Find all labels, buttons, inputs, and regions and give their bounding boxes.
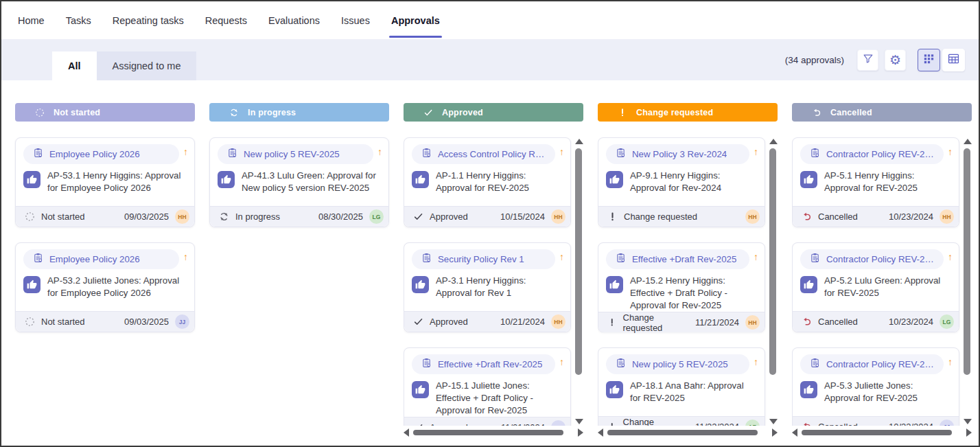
scroll-up-arrow[interactable] [575, 139, 583, 144]
scroll-right-arrow[interactable] [578, 428, 583, 437]
scroll-right-arrow[interactable] [772, 428, 778, 437]
approval-card[interactable]: New policy 5 REV-2025↑AP-41.3 Lulu Green… [209, 137, 389, 227]
vertical-scrollbar[interactable] [963, 139, 972, 424]
vertical-scroll-thumb[interactable] [964, 148, 970, 375]
horizontal-scroll-thumb[interactable] [802, 430, 952, 435]
policy-pill[interactable]: Access Control Policy REV-20... [412, 144, 555, 164]
avatar[interactable]: JJ [175, 314, 189, 329]
policy-clipboard-icon [616, 358, 626, 371]
policy-pill[interactable]: Contractor Policy REV-2025 [800, 354, 944, 374]
status-label: Cancelled [818, 422, 858, 426]
approval-card[interactable]: Effective +Draft Rev-2025↑AP-15.2 Henry … [598, 242, 765, 332]
scroll-down-arrow[interactable] [769, 419, 778, 424]
settings-button[interactable]: ⚙ [885, 49, 906, 71]
card-body: AP-53.2 Juliette Jones: Approval for Emp… [16, 269, 194, 311]
scroll-down-arrow[interactable] [575, 419, 583, 424]
vertical-scrollbar[interactable] [574, 139, 583, 424]
horizontal-scrollbar[interactable] [598, 428, 778, 437]
avatar[interactable]: HH [940, 209, 954, 224]
policy-pill[interactable]: Employee Policy 2026 [23, 144, 179, 164]
policy-clipboard-icon [421, 358, 432, 371]
nav-item-issues[interactable]: Issues [341, 1, 370, 39]
column-in-progress: In progressNew policy 5 REV-2025↑AP-41.3… [209, 103, 389, 437]
policy-pill[interactable]: Effective +Draft Rev-2025 [606, 249, 749, 269]
approval-card[interactable]: Contractor Policy REV-2025↑AP-5.1 Henry … [792, 137, 959, 227]
avatar[interactable]: AB [745, 420, 760, 426]
horizontal-scrollbar[interactable] [792, 428, 972, 437]
approval-card[interactable]: Effective +Draft Rev-2025↑AP-15.1 Juliet… [404, 347, 571, 426]
policy-clipboard-icon [33, 253, 43, 266]
policy-pill[interactable]: Security Policy Rev 1 [412, 249, 555, 269]
approval-card[interactable]: New policy 5 REV-2025↑AP-18.1 Ana Bahr: … [598, 347, 765, 426]
avatar[interactable]: HH [745, 315, 760, 330]
top-navigation: HomeTasksRepeating tasksRequestsEvaluati… [1, 1, 979, 39]
filter-button[interactable] [857, 49, 878, 71]
horizontal-scroll-thumb[interactable] [607, 430, 758, 435]
approval-card[interactable]: Contractor Policy REV-2025↑AP-5.2 Lulu G… [792, 242, 959, 332]
nav-item-home[interactable]: Home [18, 1, 45, 39]
in-progress-icon [229, 108, 239, 117]
table-view-button[interactable] [942, 49, 965, 71]
vertical-scrollbar[interactable] [769, 139, 778, 424]
policy-clipboard-icon [33, 148, 43, 161]
policy-pill[interactable]: Contractor Policy REV-2025 [800, 144, 944, 164]
avatar[interactable]: HH [551, 314, 565, 329]
scroll-left-arrow[interactable] [598, 428, 603, 437]
scroll-down-arrow[interactable] [964, 419, 972, 424]
avatar[interactable]: LG [940, 314, 954, 329]
approval-title: AP-5.3 Juliette Jones: Approval for REV-… [824, 380, 950, 404]
scroll-up-arrow[interactable] [769, 139, 778, 144]
status-approved-icon [413, 422, 423, 426]
scroll-up-arrow[interactable] [964, 139, 972, 144]
thumbs-up-icon [800, 381, 817, 398]
avatar[interactable]: HH [175, 209, 189, 224]
column-header-cancelled[interactable]: Cancelled [792, 103, 972, 122]
nav-item-approvals[interactable]: Approvals [391, 1, 440, 39]
approval-card[interactable]: Access Control Policy REV-20...↑AP-1.1 H… [404, 137, 571, 227]
horizontal-scrollbar[interactable] [404, 428, 583, 437]
thumbs-up-icon [606, 381, 623, 398]
column-header-in-progress[interactable]: In progress [209, 103, 389, 122]
column-header-change-requested[interactable]: Change requested [598, 103, 778, 122]
horizontal-scroll-thumb[interactable] [413, 430, 563, 435]
card-top-row: Employee Policy 2026↑ [16, 138, 194, 164]
horizontal-scroll-track[interactable] [800, 429, 964, 436]
nav-item-tasks[interactable]: Tasks [66, 1, 91, 39]
nav-item-requests[interactable]: Requests [205, 1, 247, 39]
policy-pill[interactable]: Contractor Policy REV-2025 [800, 249, 944, 269]
avatar[interactable]: LG [369, 209, 384, 224]
column-header-approved[interactable]: Approved [404, 103, 583, 122]
policy-pill[interactable]: New policy 5 REV-2025 [218, 144, 373, 164]
policy-pill[interactable]: New Policy 3 Rev-2024 [606, 144, 749, 164]
scroll-left-arrow[interactable] [792, 428, 797, 437]
avatar[interactable]: HH [551, 209, 565, 224]
vertical-scroll-thumb[interactable] [575, 148, 582, 375]
vertical-scroll-thumb[interactable] [769, 148, 776, 375]
status-cancelled-icon [802, 317, 812, 327]
kanban-view-button[interactable] [918, 49, 940, 71]
approval-card[interactable]: Employee Policy 2026↑AP-53.1 Henry Higgi… [15, 137, 195, 227]
column-header-not-started[interactable]: Not started [15, 103, 195, 122]
policy-pill[interactable]: New policy 5 REV-2025 [606, 354, 749, 374]
tab-all[interactable]: All [52, 51, 97, 80]
approval-card[interactable]: New Policy 3 Rev-2024↑AP-9.1 Henry Higgi… [598, 137, 765, 227]
avatar[interactable]: JJ [940, 420, 954, 426]
scroll-right-arrow[interactable] [966, 428, 972, 437]
avatar[interactable]: HH [745, 209, 760, 224]
approval-card[interactable]: Security Policy Rev 1↑AP-3.1 Henry Higgi… [404, 242, 571, 332]
card-body: AP-3.1 Henry Higgins: Approval for Rev 1 [404, 269, 570, 311]
nav-item-evaluations[interactable]: Evaluations [268, 1, 320, 39]
approvals-count: (34 approvals) [785, 55, 844, 65]
horizontal-scroll-track[interactable] [412, 429, 575, 436]
nav-item-repeating-tasks[interactable]: Repeating tasks [113, 1, 184, 39]
horizontal-scroll-track[interactable] [606, 429, 769, 436]
approval-card[interactable]: Employee Policy 2026↑AP-53.2 Juliette Jo… [15, 242, 195, 332]
status-change-requested-icon [607, 317, 617, 328]
card-top-row: New policy 5 REV-2025↑ [598, 348, 765, 374]
policy-pill[interactable]: Employee Policy 2026 [23, 249, 179, 269]
avatar[interactable]: JJ [551, 420, 565, 426]
policy-pill[interactable]: Effective +Draft Rev-2025 [412, 354, 555, 374]
approval-card[interactable]: Contractor Policy REV-2025↑AP-5.3 Juliet… [792, 347, 959, 426]
scroll-left-arrow[interactable] [404, 428, 409, 437]
tab-assigned-to-me[interactable]: Assigned to me [97, 51, 197, 80]
